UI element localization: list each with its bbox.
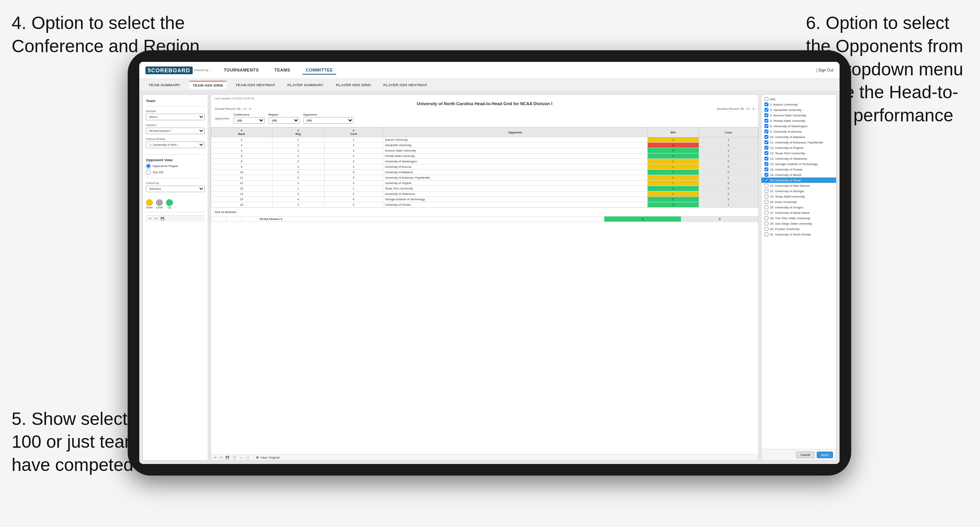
cell-conf: 5 (324, 170, 383, 175)
gender-select[interactable]: Men's (146, 114, 205, 120)
dropdown-item[interactable]: 23. Texas A&M University (761, 194, 836, 199)
school-label: School (Rank) (146, 137, 205, 141)
cell-conf: 3 (324, 164, 383, 170)
logo: 5COREBOARD (145, 67, 193, 74)
dropdown-item[interactable]: 4. Arizona State University (761, 113, 836, 118)
colour-by-select[interactable]: Win/loss (146, 186, 205, 192)
radio-opponents-played[interactable]: Opponents Played (146, 164, 205, 169)
apply-button[interactable]: Apply (817, 452, 833, 458)
dropdown-item[interactable]: 10. University of Alabama (761, 134, 836, 140)
table-row: 13 1 1 Texas Tech University 3 0 (211, 186, 758, 191)
cell-loss: 4 (699, 143, 758, 148)
nav-teams[interactable]: TEAMS (271, 66, 293, 75)
filter-row: Opponents: Conference (All) Region (All) (215, 113, 754, 124)
cell-opponent: University of Florida (383, 202, 647, 208)
grid-table-container: #Rank #Reg #Conf Opponent Win Loss 2 1 1… (211, 127, 758, 454)
dropdown-item[interactable]: 28. The Ohio State University (761, 215, 836, 221)
view-original[interactable]: 🖥 View: Original (256, 456, 279, 459)
cell-conf: 3 (324, 181, 383, 186)
cell-opponent: University of Alabama (383, 170, 647, 175)
subnav-team-summary[interactable]: TEAM SUMMARY (145, 81, 183, 89)
dropdown-item[interactable]: 18. University of Illinois (761, 172, 836, 177)
cell-rank: 14 (211, 191, 272, 197)
subnav-team-h2h-grid[interactable]: TEAM H2H GRID (190, 81, 226, 89)
table-row: 3 2 2 Vanderbilt University 0 4 (211, 143, 758, 148)
dropdown-item[interactable]: 20. University of Texas (761, 177, 836, 183)
cell-rank: 9 (211, 164, 272, 170)
col-opponent: Opponent (383, 128, 647, 137)
overall-record: Overall Record: 89 - 17 - 0 (215, 107, 251, 111)
last-updated: Last Updated: 4/1/2024 16:55:38 (215, 97, 754, 100)
division-record: Division Record: 88 - 17 - 0 (717, 107, 754, 111)
table-row: 12 3 3 University of Virginia 1 0 (211, 181, 758, 186)
toolbar-undo[interactable]: ↩ (214, 456, 217, 459)
cell-win: 3 (648, 186, 699, 191)
cell-conf: 2 (324, 159, 383, 164)
dropdown-item[interactable]: 15. Georgia Institute of Technology (761, 161, 836, 167)
dropdown-item[interactable]: 31. University of North Florida (761, 232, 836, 237)
cell-loss: 1 (699, 175, 758, 181)
dropdown-item[interactable]: 11. University of Arkansas, Fayetteville (761, 140, 836, 145)
region-select[interactable]: (All) (269, 117, 299, 124)
cell-win: 1 (648, 159, 699, 164)
dropdown-item[interactable]: 16. University of Florida (761, 167, 836, 172)
nav-tournaments[interactable]: TOURNAMENTS (221, 66, 262, 75)
subnav-team-h2h-heatmap[interactable]: TEAM H2H HEATMAP (233, 81, 278, 89)
dropdown-item[interactable]: 22. University of Georgia (761, 188, 836, 194)
cell-rank: 12 (211, 181, 272, 186)
dropdown-item[interactable]: 12. University of Virginia (761, 145, 836, 150)
dropdown-item[interactable]: 13. Texas Tech University (761, 150, 836, 156)
main-content: Team Gender Men's Division NCAA Division… (139, 91, 840, 464)
dropdown-item[interactable]: 6. Florida State University (761, 118, 836, 123)
cell-loss: 0 (699, 164, 758, 170)
dropdown-item[interactable]: 3. Vanderbilt University (761, 107, 836, 113)
grid-title: University of North Carolina Head-to-Hea… (417, 101, 552, 106)
dropdown-item[interactable]: 14. University of Oklahoma (761, 156, 836, 161)
division-select[interactable]: NCAA Division I (146, 128, 205, 134)
redo-icon[interactable]: ↪ (155, 217, 157, 220)
cancel-button[interactable]: Cancel (796, 452, 814, 458)
toolbar-redo[interactable]: ↪ (220, 456, 222, 459)
cell-conf: 2 (324, 153, 383, 159)
toolbar-save[interactable]: 💾 (226, 456, 229, 459)
dropdown-item[interactable]: 25. University of Oregon (761, 205, 836, 210)
dropdown-item[interactable]: 30. Purdue University (761, 226, 836, 232)
color-dot-up (166, 199, 173, 206)
school-select[interactable]: 1. University of Nort... (146, 142, 205, 148)
dropdown-item[interactable]: 9. University of Arizona (761, 129, 836, 134)
color-level-label: Level (156, 206, 163, 209)
nav-sign-out[interactable]: | Sign Out (816, 68, 833, 72)
cell-rank: 4 (211, 148, 272, 153)
subnav-player-h2h-grid[interactable]: PLAYER H2H GRID (333, 81, 374, 89)
division-label: Division (146, 123, 205, 127)
toolbar-dash: — (239, 456, 243, 459)
cell-conf: 2 (324, 143, 383, 148)
subnav-player-summary[interactable]: PLAYER SUMMARY (284, 81, 327, 89)
grid-area: Last Updated: 4/1/2024 16:55:38 Universi… (210, 94, 759, 461)
toolbar-copy[interactable]: 📋 (233, 456, 236, 459)
save-icon[interactable]: 💾 (161, 217, 164, 220)
dropdown-item[interactable]: 2. Auburn University (761, 102, 836, 107)
dropdown-item[interactable]: 21. University of New Mexico (761, 183, 836, 188)
nav-committee[interactable]: COMMITTEE (303, 66, 336, 75)
conference-label: Conference (234, 113, 265, 116)
cell-opponent: University of Arizona (383, 164, 647, 170)
subnav-player-h2h-heatmap[interactable]: PLAYER H2H HEATMAP (380, 81, 430, 89)
undo-icon[interactable]: ↩ (149, 217, 152, 220)
conference-select[interactable]: (All) (234, 117, 265, 124)
cell-win: 1 (648, 181, 699, 186)
dropdown-item[interactable]: 29. San Diego State University (761, 221, 836, 226)
dropdown-item[interactable]: 27. University of Notre Dame (761, 210, 836, 215)
dropdown-item[interactable]: 24. Duke University (761, 199, 836, 205)
out-div-loss: 0 (681, 217, 758, 222)
cell-rank: 10 (211, 170, 272, 175)
cell-win: 5 (648, 197, 699, 202)
cell-loss: 0 (699, 159, 758, 164)
opponents-filter-label: Opponents: (215, 117, 230, 120)
dropdown-item[interactable]: 8. University of Washington (761, 123, 836, 129)
dropdown-item[interactable]: (All) (761, 96, 836, 102)
cell-opponent: Florida State University (383, 153, 647, 159)
opponent-select[interactable]: (All) (303, 117, 354, 124)
opponent-dropdown-list[interactable]: (All) 2. Auburn University 3. Vanderbilt… (761, 95, 836, 449)
radio-top100[interactable]: Top 100 (146, 170, 205, 175)
